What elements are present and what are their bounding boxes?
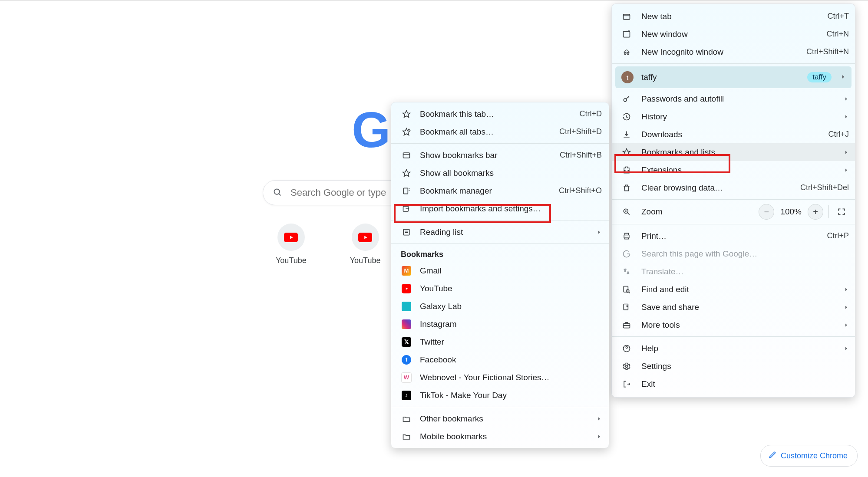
youtube-favicon-icon bbox=[401, 284, 412, 293]
submenu-import-bookmarks[interactable]: Import bookmarks and settings… bbox=[391, 200, 609, 217]
import-icon bbox=[401, 204, 412, 213]
menu-bookmarks-and-lists[interactable]: Bookmarks and lists bbox=[612, 143, 855, 161]
twitter-favicon-icon: 𝕏 bbox=[401, 337, 412, 347]
svg-rect-22 bbox=[624, 323, 630, 328]
share-icon bbox=[621, 303, 632, 312]
gear-icon bbox=[621, 362, 632, 371]
star-plus-icon bbox=[401, 128, 412, 136]
customize-chrome-label: Customize Chrome bbox=[781, 451, 848, 461]
zoom-in-button[interactable]: + bbox=[808, 204, 823, 220]
history-icon bbox=[621, 112, 632, 121]
google-g-icon bbox=[621, 250, 632, 258]
svg-rect-17 bbox=[624, 286, 628, 292]
menu-history[interactable]: History bbox=[612, 108, 855, 125]
folder-icon bbox=[401, 432, 412, 441]
facebook-favicon-icon: f bbox=[401, 355, 412, 365]
chevron-right-icon bbox=[597, 414, 602, 424]
svg-marker-19 bbox=[845, 288, 847, 291]
bookmark-webnovel[interactable]: W Webnovel - Your Fictional Stories… bbox=[391, 368, 609, 386]
webnovel-favicon-icon: W bbox=[401, 372, 412, 383]
menu-new-tab[interactable]: New tab Ctrl+T bbox=[612, 7, 855, 25]
chevron-right-icon bbox=[844, 285, 849, 294]
star-outline-icon bbox=[401, 169, 412, 178]
shortcut-youtube-1[interactable]: YouTube bbox=[276, 224, 307, 265]
extension-icon bbox=[621, 166, 632, 174]
svg-marker-14 bbox=[845, 168, 847, 171]
bar-icon bbox=[401, 151, 412, 160]
menu-find-and-edit[interactable]: Find and edit bbox=[612, 280, 855, 298]
avatar: t bbox=[621, 71, 634, 83]
new-window-icon bbox=[621, 30, 632, 39]
submenu-mobile-bookmarks[interactable]: Mobile bookmarks bbox=[391, 428, 609, 445]
chevron-right-icon bbox=[844, 344, 849, 353]
pencil-icon bbox=[769, 451, 776, 461]
submenu-bookmark-tab[interactable]: Bookmark this tab… Ctrl+D bbox=[391, 105, 609, 123]
exit-icon bbox=[621, 380, 632, 388]
bookmark-facebook[interactable]: f Facebook bbox=[391, 351, 609, 368]
menu-clear-browsing-data[interactable]: Clear browsing data… Ctrl+Shift+Del bbox=[612, 179, 855, 197]
fullscreen-button[interactable] bbox=[834, 204, 849, 219]
menu-extensions[interactable]: Extensions bbox=[612, 161, 855, 179]
submenu-bookmark-manager[interactable]: Bookmark manager Ctrl+Shift+O bbox=[391, 182, 609, 200]
toolbox-icon bbox=[621, 321, 632, 329]
svg-marker-8 bbox=[842, 75, 845, 79]
submenu-bookmark-all-tabs[interactable]: Bookmark all tabs… Ctrl+Shift+D bbox=[391, 123, 609, 141]
customize-chrome-button[interactable]: Customize Chrome bbox=[760, 445, 858, 467]
svg-line-1 bbox=[279, 194, 281, 195]
svg-rect-4 bbox=[624, 14, 630, 20]
folder-icon bbox=[401, 414, 412, 423]
menu-save-and-share[interactable]: Save and share bbox=[612, 298, 855, 316]
trash-icon bbox=[621, 184, 632, 192]
menu-new-window[interactable]: New window Ctrl+N bbox=[612, 25, 855, 43]
bookmark-galaxy-lab[interactable]: Galaxy Lab bbox=[391, 297, 609, 315]
bookmark-gmail[interactable]: M Gmail bbox=[391, 262, 609, 280]
svg-marker-23 bbox=[845, 323, 847, 326]
submenu-show-all-bookmarks[interactable]: Show all bookmarks bbox=[391, 164, 609, 182]
menu-translate: Translate… bbox=[612, 263, 855, 280]
shortcut-label: YouTube bbox=[276, 256, 307, 265]
download-icon bbox=[621, 130, 632, 139]
svg-marker-30 bbox=[403, 169, 410, 176]
submenu-show-bookmarks-bar[interactable]: Show bookmarks bar Ctrl+Shift+B bbox=[391, 146, 609, 164]
submenu-section-bookmarks: Bookmarks bbox=[391, 247, 609, 262]
menu-exit[interactable]: Exit bbox=[612, 375, 855, 393]
incognito-icon bbox=[621, 48, 632, 56]
galaxy-favicon-icon bbox=[401, 302, 412, 311]
svg-marker-37 bbox=[598, 435, 600, 438]
bookmark-youtube[interactable]: YouTube bbox=[391, 280, 609, 297]
menu-more-tools[interactable]: More tools bbox=[612, 316, 855, 334]
bookmark-twitter[interactable]: 𝕏 Twitter bbox=[391, 333, 609, 351]
svg-marker-2 bbox=[290, 236, 293, 239]
submenu-other-bookmarks[interactable]: Other bookmarks bbox=[391, 410, 609, 428]
star-icon bbox=[401, 110, 412, 118]
shortcut-youtube-2[interactable]: YouTube bbox=[350, 224, 381, 265]
svg-marker-36 bbox=[598, 417, 600, 420]
chevron-right-icon bbox=[844, 303, 849, 312]
menu-profile-row[interactable]: t taffy taffy bbox=[615, 66, 851, 88]
bookmark-tiktok[interactable]: ♪ TikTok - Make Your Day bbox=[391, 386, 609, 404]
chevron-right-icon bbox=[840, 72, 846, 82]
search-icon bbox=[273, 188, 282, 198]
print-icon bbox=[621, 232, 632, 240]
shortcut-label: YouTube bbox=[350, 256, 381, 265]
menu-zoom-row: Zoom − 100% + bbox=[612, 202, 855, 221]
menu-new-incognito[interactable]: New Incognito window Ctrl+Shift+N bbox=[612, 43, 855, 61]
chevron-right-icon bbox=[844, 148, 849, 157]
menu-passwords-autofill[interactable]: Passwords and autofill bbox=[612, 90, 855, 108]
menu-settings[interactable]: Settings bbox=[612, 357, 855, 375]
chevron-right-icon bbox=[844, 112, 849, 122]
bookmark-instagram[interactable]: Instagram bbox=[391, 315, 609, 333]
zoom-out-button[interactable]: − bbox=[759, 204, 774, 220]
menu-help[interactable]: Help bbox=[612, 339, 855, 357]
menu-print[interactable]: Print… Ctrl+P bbox=[612, 227, 855, 245]
svg-marker-21 bbox=[845, 306, 847, 309]
chevron-right-icon bbox=[597, 227, 602, 237]
menu-search-this-page: Search this page with Google… bbox=[612, 245, 855, 263]
bookmark-manager-icon bbox=[401, 187, 412, 195]
svg-marker-13 bbox=[845, 151, 847, 154]
svg-point-26 bbox=[626, 365, 628, 367]
svg-marker-12 bbox=[623, 148, 630, 155]
gmail-favicon-icon: M bbox=[401, 266, 412, 276]
menu-downloads[interactable]: Downloads Ctrl+J bbox=[612, 125, 855, 143]
submenu-reading-list[interactable]: Reading list bbox=[391, 223, 609, 241]
